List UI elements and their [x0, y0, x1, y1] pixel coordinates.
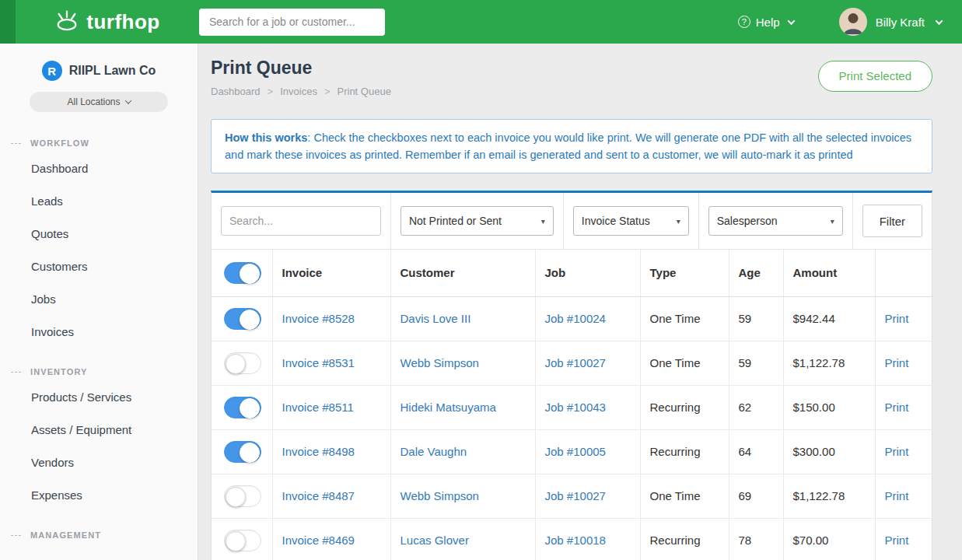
sidebar-item-quotes[interactable]: Quotes [0, 218, 198, 250]
job-link[interactable]: Job #10005 [545, 445, 606, 458]
print-selected-button[interactable]: Print Selected [818, 61, 932, 92]
table-search-input[interactable] [221, 206, 381, 236]
invoice-age: 78 [739, 534, 752, 547]
table-row: Invoice #8498 Dale Vaughn Job #10005 Rec… [212, 429, 933, 474]
sidebar-item-leads[interactable]: Leads [0, 185, 198, 218]
section-label: MANAGEMENT [30, 530, 101, 540]
job-link[interactable]: Job #10024 [545, 312, 606, 325]
sprinkler-logo-icon [54, 9, 79, 35]
column-header-job: Job [535, 250, 640, 296]
column-header-customer: Customer [390, 250, 535, 296]
invoice-amount: $1,122.78 [793, 356, 845, 369]
brand-logo[interactable]: turfhop [16, 9, 199, 35]
sidebar-item-products-services[interactable]: Products / Services [0, 381, 198, 414]
row-select-toggle[interactable] [224, 530, 261, 551]
print-link[interactable]: Print [885, 534, 909, 547]
sidebar-item-jobs[interactable]: Jobs [0, 283, 198, 316]
filter-bar: Not Printed or Sent Invoice Status Sales… [212, 193, 932, 250]
invoice-amount: $70.00 [793, 534, 829, 547]
print-link[interactable]: Print [885, 401, 909, 414]
section-label: WORKFLOW [30, 138, 89, 148]
customer-link[interactable]: Hideki Matsuyama [401, 401, 496, 414]
user-menu[interactable]: Billy Kraft [839, 8, 942, 36]
topbar: turfhop Help Billy Kraft [0, 0, 962, 44]
select-all-toggle[interactable] [224, 262, 261, 284]
customer-link[interactable]: Lucas Glover [401, 534, 469, 547]
customer-link[interactable]: Webb Simpson [401, 356, 479, 369]
invoice-age: 64 [739, 445, 752, 458]
breadcrumb-current: Print Queue [338, 86, 391, 97]
print-link[interactable]: Print [885, 489, 909, 502]
sidebar-section-header-inventory[interactable]: INVENTORY [0, 366, 198, 378]
breadcrumb-separator [268, 86, 274, 97]
customer-link[interactable]: Davis Love III [401, 312, 471, 325]
sidebar-item-customers[interactable]: Customers [0, 250, 198, 283]
locations-label: All Locations [67, 96, 120, 107]
invoice-type: Recurring [650, 401, 701, 414]
invoice-link[interactable]: Invoice #8498 [282, 445, 355, 458]
job-link[interactable]: Job #10027 [545, 356, 606, 369]
main-content: Print Queue Dashboard Invoices Print Que… [199, 44, 962, 560]
filter-button[interactable]: Filter [862, 205, 922, 237]
salesperson-select[interactable]: Salesperson [708, 206, 843, 236]
invoice-amount: $150.00 [793, 401, 835, 414]
sidebar-section-management: MANAGEMENT [0, 529, 198, 541]
invoice-link[interactable]: Invoice #8511 [282, 401, 354, 414]
topbar-left-strip [0, 0, 16, 44]
invoice-amount: $300.00 [793, 445, 835, 458]
invoice-link[interactable]: Invoice #8469 [282, 534, 355, 547]
row-select-toggle[interactable] [224, 352, 261, 374]
customer-link[interactable]: Webb Simpson [401, 489, 479, 502]
sidebar-item-invoices[interactable]: Invoices [0, 316, 198, 348]
brand-name: turfhop [86, 10, 159, 34]
breadcrumb-dashboard[interactable]: Dashboard [211, 86, 261, 97]
chevron-down-icon [936, 17, 943, 25]
invoice-type: Recurring [650, 534, 701, 547]
invoice-status-select[interactable]: Invoice Status [573, 206, 689, 236]
table-row: Invoice #8487 Webb Simpson Job #10027 On… [212, 474, 933, 518]
chevron-down-icon [677, 217, 680, 226]
row-select-toggle[interactable] [224, 397, 261, 418]
company-header: R RIIPL Lawn Co [0, 44, 198, 81]
printed-filter-select[interactable]: Not Printed or Sent [401, 206, 554, 236]
invoice-amount: $1,122.78 [793, 489, 845, 502]
sidebar-item-vendors[interactable]: Vendors [0, 446, 198, 479]
table-row: Invoice #8531 Webb Simpson Job #10027 On… [212, 341, 933, 385]
breadcrumb: Dashboard Invoices Print Queue [211, 86, 391, 97]
locations-selector[interactable]: All Locations [30, 92, 168, 112]
job-link[interactable]: Job #10027 [545, 489, 606, 502]
table-row: Invoice #8511 Hideki Matsuyama Job #1004… [212, 385, 933, 429]
invoice-link[interactable]: Invoice #8487 [282, 489, 355, 502]
sidebar-item-assets-equipment[interactable]: Assets / Equipment [0, 414, 198, 446]
breadcrumb-invoices[interactable]: Invoices [280, 86, 317, 97]
global-search-input[interactable] [199, 9, 385, 36]
print-link[interactable]: Print [885, 312, 909, 325]
chevron-down-icon [124, 97, 131, 103]
salesperson-value: Salesperson [717, 215, 778, 227]
sidebar-section-header-workflow[interactable]: WORKFLOW [0, 137, 198, 149]
invoice-link[interactable]: Invoice #8531 [282, 356, 355, 369]
row-select-toggle[interactable] [224, 308, 261, 330]
section-label: INVENTORY [30, 367, 87, 376]
row-select-toggle[interactable] [224, 441, 261, 463]
invoice-status-value: Invoice Status [582, 215, 650, 227]
job-link[interactable]: Job #10018 [545, 534, 606, 547]
print-link[interactable]: Print [885, 356, 909, 369]
page-title: Print Queue [211, 54, 391, 79]
invoice-link[interactable]: Invoice #8528 [282, 312, 355, 325]
job-link[interactable]: Job #10043 [545, 401, 606, 414]
sidebar-item-dashboard[interactable]: Dashboard [0, 152, 198, 185]
print-link[interactable]: Print [885, 445, 909, 458]
sidebar-item-expenses[interactable]: Expenses [0, 479, 198, 512]
row-select-toggle[interactable] [224, 485, 261, 507]
invoice-type: One Time [650, 356, 701, 369]
column-header-amount: Amount [783, 250, 875, 296]
invoice-age: 69 [739, 489, 752, 502]
help-menu[interactable]: Help [738, 16, 794, 29]
help-label: Help [756, 16, 780, 29]
invoice-type: Recurring [650, 445, 701, 458]
invoice-age: 59 [739, 356, 752, 369]
customer-link[interactable]: Dale Vaughn [401, 445, 467, 458]
chevron-down-icon [831, 217, 834, 226]
sidebar-section-header-management[interactable]: MANAGEMENT [0, 529, 198, 541]
